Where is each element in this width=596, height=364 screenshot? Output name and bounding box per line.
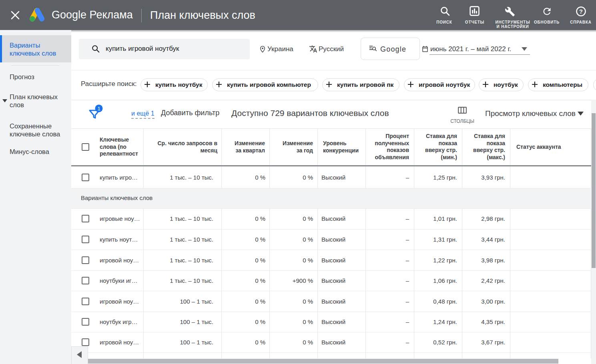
svg-text:1: 1 (97, 106, 100, 112)
svg-text:?: ? (579, 8, 583, 15)
